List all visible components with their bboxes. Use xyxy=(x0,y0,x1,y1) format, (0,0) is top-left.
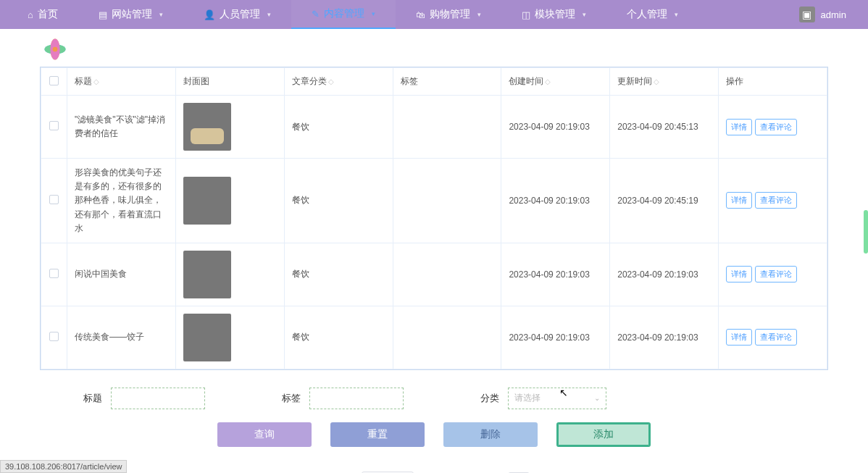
cell-title: 形容美食的优美句子还是有多的，还有很多的那种色香，味儿俱全，还有那个，看着直流口… xyxy=(67,159,176,243)
caret-icon: ▾ xyxy=(372,10,375,17)
comments-button[interactable]: 查看评论 xyxy=(755,329,797,346)
comments-button[interactable]: 查看评论 xyxy=(755,192,797,209)
filter-category-select[interactable]: 请选择 ⌄ xyxy=(508,388,606,409)
cell-updated: 2023-04-09 20:19:03 xyxy=(610,306,719,369)
comments-button[interactable]: 查看评论 xyxy=(755,119,797,135)
cell-tag xyxy=(393,306,501,369)
thumbnail xyxy=(183,314,231,361)
cell-category: 餐饮 xyxy=(284,306,393,369)
username: admin xyxy=(821,9,846,20)
nav-label: 购物管理 xyxy=(430,8,470,21)
col-ops: 操作 xyxy=(719,68,827,96)
cell-ops: 详情查看评论 xyxy=(719,243,827,306)
caret-icon: ▾ xyxy=(159,11,163,18)
cell-cover xyxy=(175,96,284,159)
detail-button[interactable]: 详情 xyxy=(726,119,752,135)
nav-site[interactable]: ▤网站管理▾ xyxy=(78,0,183,29)
detail-button[interactable]: 详情 xyxy=(726,192,752,209)
table-header-row: 标题◇ 封面图 文章分类◇ 标签 创建时间◇ 更新时间◇ 操作 xyxy=(41,68,827,96)
caret-icon: ▾ xyxy=(267,11,271,18)
table-row: "滤镜美食"不该"滤"掉消费者的信任餐饮2023-04-09 20:19:032… xyxy=(41,96,827,159)
col-created[interactable]: 创建时间◇ xyxy=(501,68,610,96)
select-placeholder: 请选择 xyxy=(514,392,541,404)
delete-button[interactable]: 删除 xyxy=(443,422,538,447)
module-icon: ◫ xyxy=(522,9,530,20)
detail-button[interactable]: 详情 xyxy=(726,329,752,346)
cell-tag xyxy=(393,159,501,243)
cell-title: 传统美食——饺子 xyxy=(67,306,176,369)
cell-tag xyxy=(393,96,501,159)
cell-updated: 2023-04-09 20:19:03 xyxy=(610,243,719,306)
svg-point-4 xyxy=(53,47,58,52)
cell-cover xyxy=(175,159,284,243)
col-category[interactable]: 文章分类◇ xyxy=(284,68,393,96)
chevron-down-icon: ⌄ xyxy=(594,394,600,402)
action-buttons: 查询 重置 删除 添加 xyxy=(40,422,828,447)
detail-button[interactable]: 详情 xyxy=(726,266,752,282)
content-table: 标题◇ 封面图 文章分类◇ 标签 创建时间◇ 更新时间◇ 操作 "滤镜美食"不该… xyxy=(40,67,828,370)
cell-title: 闲说中国美食 xyxy=(67,243,176,306)
filter-row: 标题 标签 分类 请选择 ⌄ xyxy=(40,388,828,409)
nav-staff[interactable]: 👤人员管理▾ xyxy=(183,0,291,29)
edit-icon: ✎ xyxy=(312,9,320,20)
col-updated[interactable]: 更新时间◇ xyxy=(610,68,719,96)
bag-icon: 🛍 xyxy=(416,9,425,20)
cell-updated: 2023-04-09 20:45:13 xyxy=(610,96,719,159)
avatar: ▣ xyxy=(799,7,815,22)
filter-title-label: 标题 xyxy=(83,392,102,405)
reset-button[interactable]: 重置 xyxy=(330,422,425,447)
col-cover: 封面图 xyxy=(175,68,284,96)
thumbnail xyxy=(183,103,231,151)
nav-module[interactable]: ◫模块管理▾ xyxy=(501,0,606,29)
nav-user[interactable]: ▣ admin xyxy=(799,7,868,22)
cell-category: 餐饮 xyxy=(284,159,393,243)
nav-personal[interactable]: 个人管理▾ xyxy=(606,0,698,29)
cell-tag xyxy=(393,243,501,306)
logo xyxy=(35,29,75,70)
select-all-checkbox[interactable] xyxy=(49,76,59,85)
row-checkbox[interactable] xyxy=(49,269,59,278)
add-button[interactable]: 添加 xyxy=(556,422,651,447)
sheet-icon: ▤ xyxy=(99,9,107,20)
filter-tag-label: 标签 xyxy=(282,392,301,405)
col-title[interactable]: 标题◇ xyxy=(67,68,176,96)
cell-cover xyxy=(175,306,284,369)
nav-label: 人员管理 xyxy=(220,8,260,21)
filter-title-input[interactable] xyxy=(111,388,205,409)
nav-label: 首页 xyxy=(38,8,58,21)
home-icon: ⌂ xyxy=(28,9,33,20)
nav-content[interactable]: ✎内容管理▾ xyxy=(291,0,396,29)
cell-title: "滤镜美食"不该"滤"掉消费者的信任 xyxy=(67,96,176,159)
nav-shop[interactable]: 🛍购物管理▾ xyxy=(396,0,501,29)
cell-created: 2023-04-09 20:19:03 xyxy=(501,306,610,369)
sort-icon: ◇ xyxy=(545,78,551,85)
cell-ops: 详情查看评论 xyxy=(719,159,827,243)
row-checkbox[interactable] xyxy=(49,332,59,341)
filter-tag-input[interactable] xyxy=(309,388,404,409)
scrollbar[interactable] xyxy=(864,210,868,254)
row-checkbox[interactable] xyxy=(49,195,59,204)
cell-category: 餐饮 xyxy=(284,243,393,306)
user-icon: 👤 xyxy=(204,9,215,20)
comments-button[interactable]: 查看评论 xyxy=(755,266,797,282)
sort-icon: ◇ xyxy=(654,78,659,85)
nav-home[interactable]: ⌂首页 xyxy=(7,0,78,29)
row-checkbox[interactable] xyxy=(49,121,59,130)
query-button[interactable]: 查询 xyxy=(217,422,312,447)
thumbnail xyxy=(183,251,231,298)
cell-created: 2023-04-09 20:19:03 xyxy=(501,159,610,243)
thumbnail xyxy=(183,177,231,225)
table-row: 传统美食——饺子餐饮2023-04-09 20:19:032023-04-09 … xyxy=(41,306,827,369)
top-nav: ⌂首页 ▤网站管理▾ 👤人员管理▾ ✎内容管理▾ 🛍购物管理▾ ◫模块管理▾ 个… xyxy=(0,0,868,29)
filter-category-label: 分类 xyxy=(480,392,499,405)
caret-icon: ▾ xyxy=(583,11,586,18)
table-row: 闲说中国美食餐饮2023-04-09 20:19:032023-04-09 20… xyxy=(41,243,827,306)
cell-ops: 详情查看评论 xyxy=(719,306,827,369)
cell-cover xyxy=(175,243,284,306)
nav-label: 模块管理 xyxy=(535,8,575,21)
nav-label: 个人管理 xyxy=(627,8,667,21)
cell-updated: 2023-04-09 20:45:19 xyxy=(610,159,719,243)
cell-created: 2023-04-09 20:19:03 xyxy=(501,243,610,306)
nav-label: 网站管理 xyxy=(112,8,152,21)
table-row: 形容美食的优美句子还是有多的，还有很多的那种色香，味儿俱全，还有那个，看着直流口… xyxy=(41,159,827,243)
